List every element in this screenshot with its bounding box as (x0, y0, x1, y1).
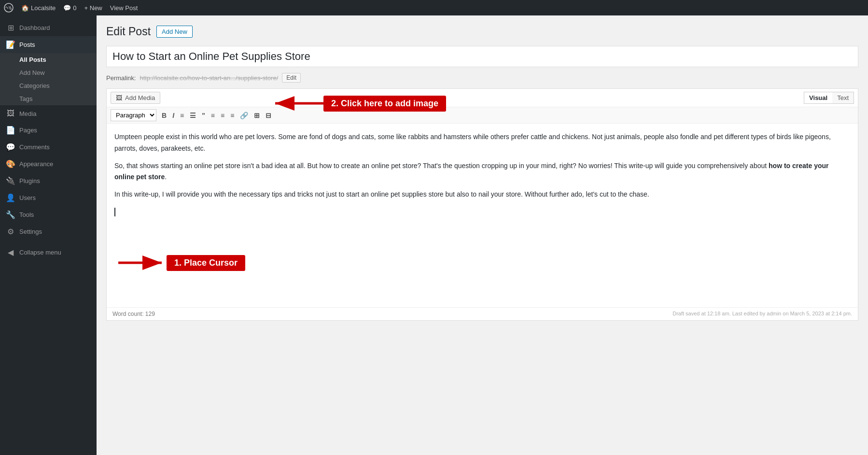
editor-outer: 🖼 Add Media Visual Text Paragraph B I (106, 88, 858, 321)
sidebar-item-settings[interactable]: ⚙ Settings (0, 223, 97, 240)
sidebar-item-all-posts[interactable]: All Posts (0, 53, 97, 66)
comment-icon: 💬 (63, 4, 71, 12)
align-left-button[interactable]: ≡ (209, 110, 217, 121)
pages-icon: 📄 (6, 126, 15, 135)
appearance-icon: 🎨 (6, 159, 15, 169)
sidebar-item-comments[interactable]: 💬 Comments (0, 139, 97, 156)
sidebar-item-media[interactable]: 🖼 Media (0, 105, 97, 122)
blockquote-button[interactable]: " (199, 110, 208, 121)
adminbar-new[interactable]: + New (84, 4, 102, 12)
permalink-url: http://localsite.co/how-to-start-an.../s… (140, 74, 278, 82)
table-button[interactable]: ⊞ (252, 110, 262, 121)
editor-toolbar-top: 🖼 Add Media Visual Text (107, 89, 858, 107)
settings-icon: ⚙ (6, 227, 15, 236)
add-new-button[interactable]: Add New (156, 26, 193, 38)
sidebar-item-pages[interactable]: 📄 Pages (0, 122, 97, 139)
align-right-button[interactable]: ≡ (228, 110, 237, 121)
adminbar-view-post[interactable]: View Post (110, 4, 138, 12)
users-icon: 👤 (6, 193, 15, 202)
format-toolbar: Paragraph B I ≡ ☰ " ≡ ≡ ≡ 🔗 ⊞ ⊟ (107, 107, 858, 124)
bold-button[interactable]: B (159, 110, 169, 121)
text-cursor (114, 208, 115, 216)
word-count: Word count: 129 (112, 311, 155, 317)
content-paragraph-2: So, that shows starting an online pet st… (114, 160, 850, 184)
wp-logo[interactable] (4, 3, 14, 13)
plugins-icon: 🔌 (6, 176, 15, 185)
add-media-icon: 🖼 (116, 94, 122, 101)
sidebar-item-tools[interactable]: 🔧 Tools (0, 206, 97, 223)
draft-saved: Draft saved at 12:18 am. Last edited by … (672, 311, 852, 317)
paragraph-select[interactable]: Paragraph (111, 109, 156, 121)
admin-bar: 🏠 Localsite 💬 0 + New View Post (0, 0, 868, 15)
ordered-list-button[interactable]: ☰ (187, 110, 198, 121)
more-button[interactable]: ⊟ (263, 110, 274, 121)
comments-icon: 💬 (6, 142, 15, 152)
page-header: Edit Post Add New (106, 25, 858, 38)
adminbar-comments[interactable]: 💬 0 (63, 4, 76, 12)
tools-icon: 🔧 (6, 210, 15, 219)
sidebar: ⊞ Dashboard 📝 Posts All Posts Add New Ca… (0, 15, 97, 455)
posts-icon: 📝 (6, 40, 15, 49)
dashboard-icon: ⊞ (6, 23, 15, 32)
editor-container: 🖼 Add Media Visual Text Paragraph B I (106, 88, 858, 321)
align-center-button[interactable]: ≡ (218, 110, 227, 121)
page-title: Edit Post (106, 25, 151, 38)
sidebar-item-categories[interactable]: Categories (0, 79, 97, 92)
permalink-edit-button[interactable]: Edit (282, 73, 301, 83)
sidebar-item-tags[interactable]: Tags (0, 92, 97, 105)
tab-text[interactable]: Text (832, 92, 854, 103)
unordered-list-button[interactable]: ≡ (178, 110, 186, 121)
italic-button[interactable]: I (170, 110, 177, 121)
word-count-bar: Word count: 129 Draft saved at 12:18 am.… (107, 307, 858, 320)
content-area: Edit Post Add New Permalink: http://loca… (97, 15, 868, 455)
home-icon: 🏠 (21, 4, 29, 12)
sidebar-item-users[interactable]: 👤 Users (0, 189, 97, 206)
sidebar-collapse[interactable]: ◀ Collapse menu (0, 244, 97, 261)
adminbar-home[interactable]: 🏠 Localsite (21, 4, 56, 12)
sidebar-item-dashboard[interactable]: ⊞ Dashboard (0, 19, 97, 36)
sidebar-item-plugins[interactable]: 🔌 Plugins (0, 172, 97, 189)
editor-body[interactable]: Umpteen people exist in this world who a… (107, 124, 858, 307)
collapse-icon: ◀ (6, 248, 15, 257)
content-paragraph-1: Umpteen people exist in this world who a… (114, 131, 850, 155)
add-media-button[interactable]: 🖼 Add Media (111, 92, 160, 104)
post-title-input[interactable] (106, 46, 858, 67)
sidebar-item-add-new[interactable]: Add New (0, 66, 97, 79)
permalink-label: Permalink: (106, 74, 136, 82)
content-paragraph-3: In this write-up, I will provide you wit… (114, 189, 850, 200)
link-button[interactable]: 🔗 (238, 110, 251, 121)
tab-visual[interactable]: Visual (804, 92, 832, 103)
media-icon: 🖼 (6, 109, 15, 118)
sidebar-item-posts[interactable]: 📝 Posts (0, 36, 97, 53)
posts-submenu: All Posts Add New Categories Tags (0, 53, 97, 105)
visual-text-tabs: Visual Text (804, 92, 854, 104)
sidebar-item-appearance[interactable]: 🎨 Appearance (0, 156, 97, 172)
main-wrapper: ⊞ Dashboard 📝 Posts All Posts Add New Ca… (0, 15, 868, 455)
permalink-row: Permalink: http://localsite.co/how-to-st… (106, 73, 858, 83)
